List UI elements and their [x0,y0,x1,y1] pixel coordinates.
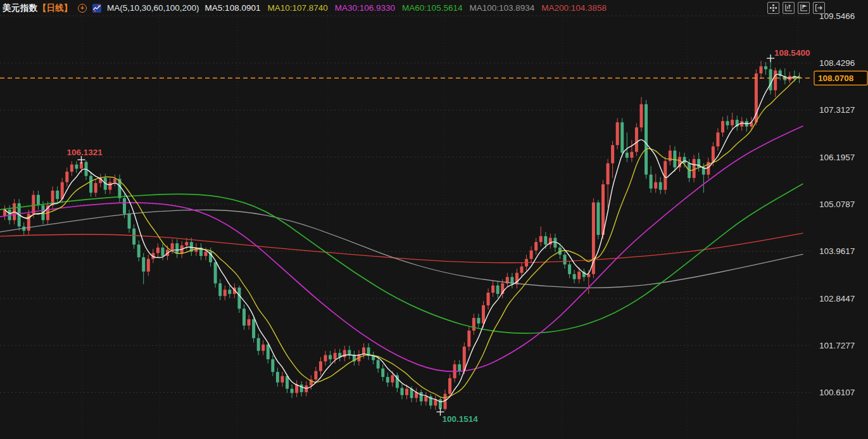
ma-settings-label[interactable]: MA(5,10,30,60,100,200) [107,3,199,13]
svg-text:100.1514: 100.1514 [443,414,479,424]
ma-value-ma60: MA60:105.5614 [402,3,462,13]
symbol-title: 美元指数【日线】 [3,3,72,14]
svg-text:106.1321: 106.1321 [67,148,103,157]
ma10-line [5,76,800,398]
chart-header: 美元指数【日线】 + MA(5,10,30,60,100,200) MA5:10… [0,0,868,16]
instrument-name: 美元指数 [3,3,38,13]
add-indicator-icon[interactable]: + [78,4,87,13]
annotation-session-high: 108.5400 [767,48,810,62]
svg-text:108.4296: 108.4296 [819,58,855,68]
axis-marker-icon[interactable] [798,2,810,14]
chart-toolbar [767,2,825,14]
ma-value-ma200: MA200:104.3858 [541,3,607,13]
last-price-marker: 108.0708 [0,71,867,85]
ma100-line [0,210,803,288]
ma-legend: MA5:108.0901MA10:107.8740MA30:106.9330MA… [205,3,607,13]
ma200-line [0,233,803,263]
trading-app: 108.0708109.5466108.4296107.3127106.1957… [0,0,868,439]
svg-text:107.3127: 107.3127 [819,105,855,115]
svg-text:101.7277: 101.7277 [819,341,855,350]
grid [0,11,813,439]
svg-text:102.8447: 102.8447 [819,294,855,303]
ma5-line [5,74,800,402]
axis-scale-icon[interactable] [783,2,795,14]
svg-text:103.9617: 103.9617 [819,246,855,256]
annotation-left-peak: 106.1321 [67,148,103,163]
annotations: 108.5400106.1321100.1514 [67,48,810,424]
pan-icon[interactable] [767,2,779,14]
collapse-panel-icon[interactable] [813,2,825,14]
ma-value-ma10: MA10:107.8740 [267,3,327,13]
svg-text:108.5400: 108.5400 [774,48,810,58]
svg-text:100.6107: 100.6107 [819,388,855,397]
svg-text:108.0708: 108.0708 [818,73,854,83]
svg-text:106.1957: 106.1957 [819,153,855,162]
ma-value-ma5: MA5:108.0901 [205,3,261,13]
ma-value-ma30: MA30:106.9330 [335,3,395,13]
timeframe-label: 【日线】 [38,3,72,13]
y-axis: 109.5466108.4296107.3127106.1957105.0787… [819,11,855,398]
candlestick-chart[interactable]: 108.0708109.5466108.4296107.3127106.1957… [0,0,868,439]
ma-value-ma100: MA100:103.8934 [469,3,534,13]
svg-text:105.0787: 105.0787 [819,200,855,209]
kline-logo-icon[interactable] [92,4,101,13]
ma-lines [0,74,803,402]
annotation-major-low: 100.1514 [437,408,479,424]
ma30-line [0,126,803,371]
